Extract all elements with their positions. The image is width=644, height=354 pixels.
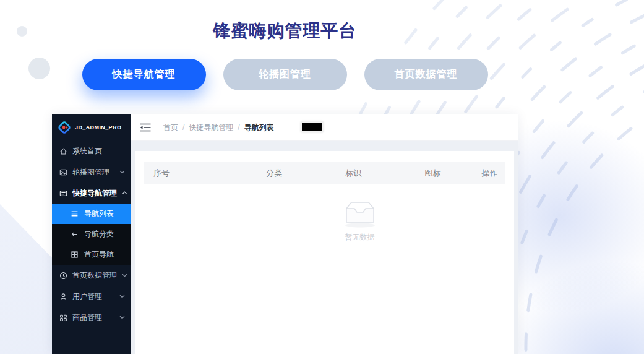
user-icon [59, 293, 67, 301]
arrow-left-icon [71, 230, 79, 238]
sidebar-subitem-nav-category[interactable]: 导航分类 [52, 224, 131, 244]
sidebar-item-system-home[interactable]: 系统首页 [52, 140, 131, 162]
table-card: 序号 分类 标识 图标 操作 暂无数据 [135, 151, 514, 354]
sidebar-item-label: 首页数据管理 [72, 270, 117, 281]
sidebar-item-label: 快捷导航管理 [72, 188, 117, 199]
sidebar-subitem-label: 首页导航 [84, 249, 114, 260]
sidebar-subitem-home-nav[interactable]: 首页导航 [52, 244, 131, 265]
logo-text: JD_ADMIN_PRO [75, 124, 121, 131]
breadcrumb-separator: / [182, 123, 184, 132]
table-header-row: 序号 分类 标识 图标 操作 [144, 162, 505, 184]
tab-carousel-management[interactable]: 轮播图管理 [223, 59, 347, 90]
column-header-icon: 图标 [393, 168, 472, 179]
sidebar-item-label: 用户管理 [72, 291, 114, 302]
chevron-down-icon [119, 295, 125, 298]
card-whitespace [144, 256, 505, 354]
sidebar-item-goods[interactable]: 商品管理 [52, 307, 131, 328]
chevron-down-icon [119, 170, 125, 174]
breadcrumb-current: 导航列表 [244, 123, 274, 133]
column-header-key: 标识 [314, 168, 393, 179]
sidebar-item-home-data[interactable]: 首页数据管理 [52, 265, 131, 286]
chevron-down-icon [119, 316, 125, 319]
tab-quick-nav-management[interactable]: 快捷导航管理 [82, 59, 206, 90]
sidebar-subitem-label: 导航分类 [84, 229, 114, 240]
sidebar-item-label: 商品管理 [72, 313, 114, 323]
pill-tabs: 快捷导航管理 轮播图管理 首页数据管理 [52, 59, 518, 90]
sidebar-subitem-label: 导航列表 [84, 209, 114, 219]
logo[interactable]: JD_ADMIN_PRO [52, 114, 131, 140]
image-icon [59, 168, 67, 176]
sidebar-item-carousel[interactable]: 轮播图管理 [52, 162, 131, 183]
menu-fold-icon[interactable] [140, 123, 151, 132]
column-header-index: 序号 [144, 168, 234, 179]
chevron-up-icon [122, 191, 127, 195]
empty-text: 暂无数据 [345, 232, 375, 243]
dot-decoration-small [17, 26, 27, 37]
quick-nav-submenu: 导航列表 导航分类 首页导航 [52, 204, 131, 265]
home-icon [59, 147, 67, 155]
header-black-widget[interactable] [301, 121, 324, 132]
breadcrumb-quick-nav[interactable]: 快捷导航管理 [189, 123, 233, 133]
sidebar-item-label: 系统首页 [72, 146, 125, 157]
diamond-logo-icon [58, 121, 71, 134]
column-header-category: 分类 [234, 168, 314, 179]
page-title: 锋蜜嗨购管理平台 [52, 19, 518, 43]
chevron-down-icon [122, 274, 127, 277]
list-icon [71, 210, 79, 218]
nav-panel-icon [59, 189, 67, 197]
breadcrumb-separator: / [238, 123, 239, 132]
admin-app-window: JD_ADMIN_PRO 系统首页 轮播图管理 [52, 114, 518, 354]
sidebar: JD_ADMIN_PRO 系统首页 轮播图管理 [52, 114, 131, 354]
breadcrumb: 首页 / 快捷导航管理 / 导航列表 [163, 123, 274, 133]
empty-box-icon [341, 197, 379, 228]
sidebar-item-quick-nav[interactable]: 快捷导航管理 [52, 183, 131, 204]
sidebar-item-users[interactable]: 用户管理 [52, 286, 131, 307]
grid-icon [59, 314, 67, 322]
sidebar-item-label: 轮播图管理 [72, 167, 114, 178]
table-empty-state: 暂无数据 [179, 184, 540, 256]
app-header: 首页 / 快捷导航管理 / 导航列表 [131, 114, 518, 141]
sidebar-subitem-nav-list[interactable]: 导航列表 [52, 204, 131, 224]
breadcrumb-home[interactable]: 首页 [163, 123, 178, 133]
clock-icon [59, 272, 67, 280]
dot-decoration-large [28, 58, 50, 79]
grid-cells-icon [71, 251, 79, 259]
main-area: 首页 / 快捷导航管理 / 导航列表 序号 分类 标识 图标 操作 [131, 114, 518, 354]
column-header-actions: 操作 [473, 168, 505, 179]
tab-home-data-management[interactable]: 首页数据管理 [364, 59, 488, 90]
page: 锋蜜嗨购管理平台 快捷导航管理 轮播图管理 首页数据管理 [0, 0, 644, 354]
content-area: 序号 分类 标识 图标 操作 暂无数据 [131, 141, 518, 354]
